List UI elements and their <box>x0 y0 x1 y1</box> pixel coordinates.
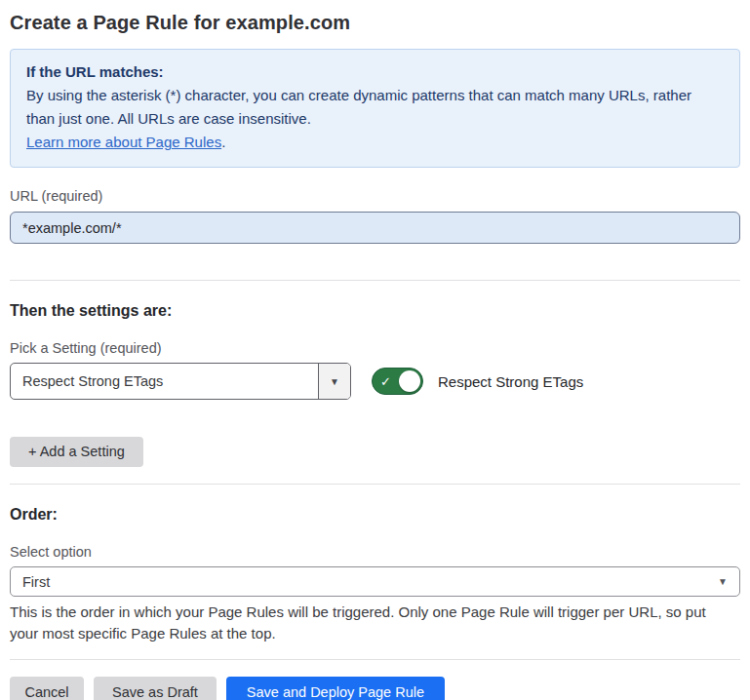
toggle-knob <box>399 370 420 392</box>
check-icon: ✓ <box>380 375 391 388</box>
footer-divider <box>10 659 740 660</box>
order-help-text: This is the order in which your Page Rul… <box>10 602 731 644</box>
footer-actions: Cancel Save as Draft Save and Deploy Pag… <box>10 677 740 700</box>
setting-toggle-wrap: ✓ Respect Strong ETags <box>372 368 583 395</box>
settings-heading: Then the settings are: <box>10 302 740 320</box>
order-select-value: First <box>22 574 718 590</box>
section-divider <box>10 280 740 281</box>
setting-select-value: Respect Strong ETags <box>11 364 318 399</box>
setting-picker-label: Pick a Setting (required) <box>10 340 740 356</box>
info-box-body: By using the asterisk (*) character, you… <box>26 84 724 154</box>
respect-strong-etags-toggle[interactable]: ✓ <box>372 368 423 395</box>
learn-more-link[interactable]: Learn more about Page Rules <box>26 134 221 150</box>
order-select-label: Select option <box>10 544 740 560</box>
save-and-deploy-button[interactable]: Save and Deploy Page Rule <box>226 677 445 700</box>
info-box-body-text: By using the asterisk (*) character, you… <box>26 87 691 127</box>
toggle-label: Respect Strong ETags <box>438 373 583 390</box>
order-heading: Order: <box>10 506 740 524</box>
order-select[interactable]: First ▼ <box>10 566 740 597</box>
url-match-info-box: If the URL matches: By using the asteris… <box>10 49 740 168</box>
info-box-heading: If the URL matches: <box>26 60 724 84</box>
chevron-down-icon: ▼ <box>718 576 728 587</box>
save-as-draft-button[interactable]: Save as Draft <box>94 677 217 700</box>
add-setting-button[interactable]: + Add a Setting <box>10 437 143 467</box>
section-divider <box>10 484 740 485</box>
chevron-down-icon[interactable]: ▼ <box>318 364 350 399</box>
url-input[interactable] <box>10 212 740 244</box>
setting-select[interactable]: Respect Strong ETags ▼ <box>10 363 351 400</box>
create-page-rule-panel: Create a Page Rule for example.com If th… <box>0 0 750 700</box>
link-period: . <box>221 134 225 150</box>
page-title: Create a Page Rule for example.com <box>10 12 740 34</box>
url-field-label: URL (required) <box>10 188 740 204</box>
setting-row: Respect Strong ETags ▼ ✓ Respect Strong … <box>10 363 740 400</box>
cancel-button[interactable]: Cancel <box>10 677 84 700</box>
